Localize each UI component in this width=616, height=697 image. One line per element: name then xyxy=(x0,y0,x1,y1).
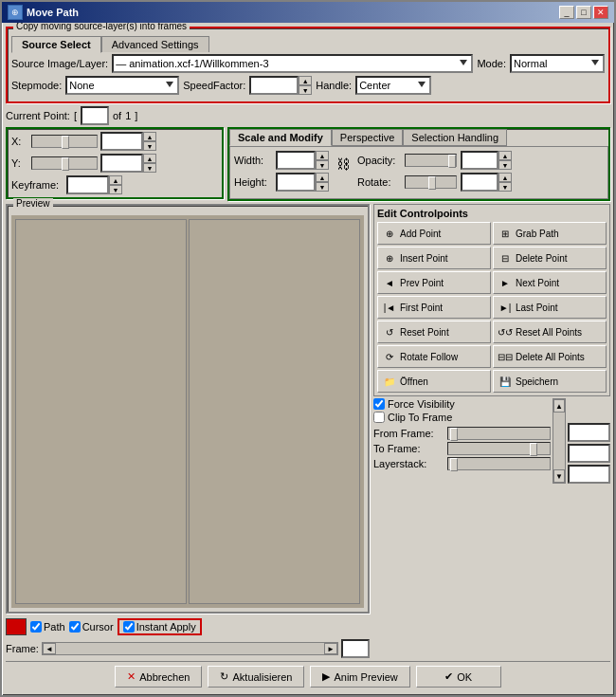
bottom-controls-row: Path Cursor Instant Apply xyxy=(6,616,370,637)
rotate-down-btn[interactable]: ▼ xyxy=(498,182,512,192)
offnen-btn[interactable]: 📁 Öffnen xyxy=(377,370,491,393)
frame-row: Frame: ◄ ► 1 xyxy=(6,639,370,658)
y-up-btn[interactable]: ▲ xyxy=(143,154,156,163)
height-down-btn[interactable]: ▼ xyxy=(316,182,329,192)
opacity-down-btn[interactable]: ▼ xyxy=(498,160,512,170)
height-input-group: 10,0 ▲ ▼ xyxy=(276,173,329,192)
scroll-down-btn[interactable]: ▼ xyxy=(553,469,565,483)
height-up-btn[interactable]: ▲ xyxy=(316,173,329,182)
first-point-btn[interactable]: |◄ First Point xyxy=(377,296,491,319)
anim-preview-button[interactable]: ▶ Anim Preview xyxy=(310,666,409,688)
last-point-icon: ►| xyxy=(498,301,513,314)
grab-path-btn[interactable]: ⊞ Grab Path xyxy=(493,222,607,245)
rotate-up-btn[interactable]: ▲ xyxy=(498,173,512,182)
speichern-btn[interactable]: 💾 Speichern xyxy=(493,370,607,393)
opacity-slider[interactable] xyxy=(405,154,457,167)
path-checkbox-row: Path xyxy=(30,621,65,633)
handle-select[interactable]: Center xyxy=(355,76,431,95)
layerstack-row: Layerstack: xyxy=(373,457,551,470)
reset-point-btn[interactable]: ↺ Reset Point xyxy=(377,321,491,343)
ok-button[interactable]: ✔ OK xyxy=(416,666,501,688)
x-down-btn[interactable]: ▼ xyxy=(143,141,156,151)
color-box[interactable] xyxy=(6,618,27,635)
insert-point-btn[interactable]: ⊕ Insert Point xyxy=(377,247,491,269)
delete-all-points-btn[interactable]: ⊟⊟ Delete All Points xyxy=(493,345,607,368)
y-down-btn[interactable]: ▼ xyxy=(143,163,156,173)
frame-scroll-right[interactable]: ► xyxy=(324,643,337,654)
from-frame-value[interactable]: 1 xyxy=(568,423,610,442)
close-button[interactable]: ✕ xyxy=(593,6,608,19)
preview-label: Preview xyxy=(13,198,53,209)
tab-source-select[interactable]: Source Select xyxy=(11,36,101,53)
layerstack-value[interactable]: 0 xyxy=(568,465,610,484)
x-input[interactable]: 240 xyxy=(100,132,143,151)
to-frame-slider[interactable] xyxy=(447,442,551,455)
scale-content: Width: 10,0 ▲ ▼ xyxy=(229,146,608,199)
of-label: of xyxy=(113,110,121,121)
opacity-up-btn[interactable]: ▲ xyxy=(498,151,512,160)
tab-scale-modify[interactable]: Scale and Modify xyxy=(229,129,332,146)
delete-point-btn[interactable]: ⊟ Delete Point xyxy=(493,247,607,269)
cancel-button[interactable]: ✕ Abbrechen xyxy=(115,666,202,688)
add-point-btn[interactable]: ⊕ Add Point xyxy=(377,222,491,245)
update-button[interactable]: ↻ Aktualisieren xyxy=(208,666,304,688)
instant-apply-checkbox[interactable] xyxy=(123,621,135,633)
rotate-follow-btn[interactable]: ⟳ Rotate Follow xyxy=(377,345,491,368)
scroll-up-btn[interactable]: ▲ xyxy=(553,399,565,413)
source-image-select[interactable]: — animation.xcf-1/Willkommen-3 xyxy=(112,54,473,73)
from-frame-slider[interactable] xyxy=(447,427,551,440)
width-up-btn[interactable]: ▲ xyxy=(316,151,329,160)
tab-perspective[interactable]: Perspective xyxy=(332,129,403,146)
y-input[interactable]: 40 xyxy=(100,154,143,173)
width-input[interactable]: 10,0 xyxy=(276,151,316,170)
right-scrollbar[interactable]: ▲ ▼ xyxy=(553,398,566,484)
keyframe-input[interactable]: 0 xyxy=(66,175,109,194)
title-buttons: _ □ ✕ xyxy=(559,6,608,19)
to-frame-value[interactable]: 40 xyxy=(568,444,610,463)
visibility-area: Force Visibility Clip To Frame From Fram… xyxy=(373,398,610,484)
speed-up-btn[interactable]: ▲ xyxy=(299,76,312,85)
width-row: Width: 10,0 ▲ ▼ xyxy=(234,151,329,170)
width-down-btn[interactable]: ▼ xyxy=(316,160,329,170)
speed-down-btn[interactable]: ▼ xyxy=(299,85,312,95)
reset-all-points-btn[interactable]: ↺↺ Reset All Points xyxy=(493,321,607,343)
cursor-checkbox[interactable] xyxy=(69,621,81,633)
frame-value-input[interactable]: 1 xyxy=(341,639,370,658)
scale-group: Scale and Modify Perspective Selection H… xyxy=(227,127,610,201)
last-point-btn[interactable]: ►| Last Point xyxy=(493,296,607,319)
prev-point-btn[interactable]: ◄ Prev Point xyxy=(377,271,491,294)
force-visibility-checkbox[interactable] xyxy=(373,398,385,410)
frame-scroll-left[interactable]: ◄ xyxy=(43,643,56,654)
reset-point-icon: ↺ xyxy=(382,325,397,339)
minimize-button[interactable]: _ xyxy=(559,6,574,19)
preview-group: Preview xyxy=(6,204,370,614)
mode-select[interactable]: Normal xyxy=(510,54,605,73)
x-up-btn[interactable]: ▲ xyxy=(143,132,156,141)
keyframe-row: Keyframe: 0 ▲ ▼ xyxy=(11,175,218,194)
y-slider[interactable] xyxy=(31,156,98,170)
next-point-btn[interactable]: ► Next Point xyxy=(493,271,607,294)
preview-area xyxy=(11,215,364,608)
path-checkbox[interactable] xyxy=(30,621,42,633)
speed-input[interactable]: 1,000 xyxy=(249,76,299,95)
tab-advanced-settings[interactable]: Advanced Settings xyxy=(101,36,209,52)
tab-selection-handling[interactable]: Selection Handling xyxy=(403,129,507,146)
stepmode-select[interactable]: None xyxy=(65,76,179,95)
maximize-button[interactable]: □ xyxy=(576,6,591,19)
opacity-input[interactable]: 100,0 xyxy=(461,151,498,170)
rotate-input[interactable]: 0,0 xyxy=(461,173,498,192)
current-point-input[interactable]: 1 xyxy=(81,106,109,125)
layerstack-slider[interactable] xyxy=(447,457,551,470)
clip-to-frame-checkbox[interactable] xyxy=(373,412,385,423)
frame-scrollbar[interactable]: ◄ ► xyxy=(42,642,338,655)
kf-down-btn[interactable]: ▼ xyxy=(109,185,122,194)
add-point-icon: ⊕ xyxy=(382,227,397,240)
height-input[interactable]: 10,0 xyxy=(276,173,316,192)
x-row: X: 240 ▲ ▼ xyxy=(11,132,218,151)
rotate-slider[interactable] xyxy=(405,175,457,189)
current-point-label: Current Point: xyxy=(6,110,70,121)
kf-up-btn[interactable]: ▲ xyxy=(109,175,122,185)
opacity-row: Opacity: 100,0 ▲ ▼ xyxy=(357,151,512,170)
x-slider[interactable] xyxy=(31,135,98,148)
width-height-group: Width: 10,0 ▲ ▼ xyxy=(234,151,329,194)
